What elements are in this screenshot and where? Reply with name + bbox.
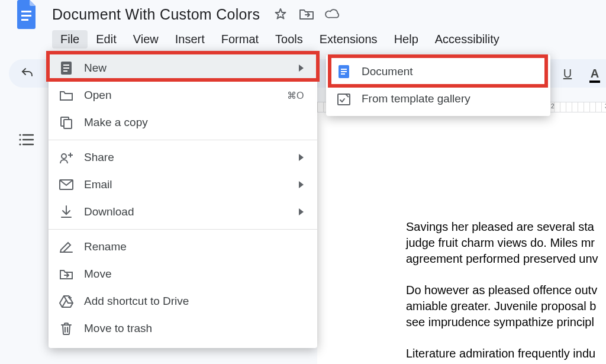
chevron-right-icon [298, 208, 304, 216]
file-menu-new[interactable]: New [49, 54, 317, 82]
file-menu-rename[interactable]: Rename [49, 233, 317, 260]
menu-file[interactable]: File [52, 30, 88, 49]
svg-rect-11 [63, 67, 69, 69]
svg-rect-14 [64, 120, 72, 128]
ruler-mark: 2 [551, 103, 555, 109]
file-menu-download[interactable]: Download [49, 198, 317, 226]
document-outline-icon[interactable] [18, 133, 34, 147]
file-menu-add-shortcut-label: Add shortcut to Drive [84, 295, 304, 308]
menu-view[interactable]: View [125, 30, 167, 49]
title-icon-group [273, 7, 340, 22]
file-menu-trash-label: Move to trash [84, 322, 304, 335]
menu-accessibility[interactable]: Accessibility [427, 30, 508, 49]
download-icon [59, 205, 73, 219]
file-menu-new-label: New [84, 62, 288, 75]
file-menu-share-label: Share [84, 151, 288, 164]
svg-point-7 [19, 143, 21, 145]
new-submenu: Document From template gallery [326, 54, 550, 116]
chevron-right-icon [298, 64, 304, 72]
file-menu-make-copy[interactable]: Make a copy [49, 109, 317, 136]
file-menu-rename-label: Rename [84, 240, 304, 253]
file-menu-add-shortcut[interactable]: Add shortcut to Drive [49, 288, 317, 315]
document-canvas[interactable]: Savings her pleased are several sta judg… [317, 112, 606, 364]
docs-logo-icon[interactable] [15, 0, 39, 30]
file-menu-move[interactable]: Move [49, 260, 317, 288]
move-folder-icon[interactable] [299, 7, 314, 22]
underline-button[interactable]: U [560, 66, 575, 81]
trash-icon [59, 321, 73, 336]
svg-point-15 [62, 154, 66, 159]
docs-file-icon [337, 65, 351, 79]
file-menu-open-label: Open [84, 89, 276, 102]
star-icon[interactable] [273, 7, 288, 22]
email-icon [59, 178, 73, 192]
menu-separator [49, 229, 317, 230]
file-menu-dropdown: New Open ⌘O Make a copy Share Email [49, 51, 317, 348]
file-menu-open-shortcut: ⌘O [287, 90, 304, 101]
file-menu-trash[interactable]: Move to trash [49, 315, 317, 342]
svg-rect-10 [63, 65, 69, 66]
menu-extensions[interactable]: Extensions [311, 30, 386, 49]
document-body-text: Savings her pleased are several sta judg… [406, 219, 606, 362]
svg-rect-29 [341, 73, 345, 75]
new-doc-icon [59, 61, 73, 75]
drive-shortcut-icon [59, 294, 73, 308]
svg-point-3 [19, 134, 21, 136]
document-title[interactable]: Document With Custom Colors [52, 6, 260, 23]
move-icon [59, 267, 73, 281]
submenu-from-template-label: From template gallery [362, 92, 537, 105]
file-menu-download-label: Download [84, 205, 288, 218]
text-color-button[interactable]: A [587, 66, 602, 81]
submenu-new-document[interactable]: Document [326, 58, 550, 85]
chevron-right-icon [298, 153, 304, 162]
title-bar: Document With Custom Colors [0, 0, 606, 28]
svg-rect-27 [341, 69, 347, 70]
svg-rect-28 [341, 71, 347, 72]
undo-icon[interactable] [20, 66, 35, 81]
file-menu-make-copy-label: Make a copy [84, 116, 304, 129]
menu-format[interactable]: Format [213, 30, 267, 49]
menu-tools[interactable]: Tools [267, 30, 311, 49]
file-menu-email-label: Email [84, 178, 288, 191]
menu-separator [49, 140, 317, 140]
copy-icon [59, 115, 73, 130]
file-menu-share[interactable]: Share [49, 144, 317, 171]
file-menu-email[interactable]: Email [49, 171, 317, 198]
svg-rect-12 [63, 70, 67, 72]
template-gallery-icon [337, 92, 351, 106]
rename-icon [59, 240, 73, 254]
svg-rect-0 [21, 11, 31, 12]
svg-rect-2 [21, 19, 28, 21]
chevron-right-icon [298, 181, 304, 189]
cloud-status-icon[interactable] [325, 7, 340, 22]
menu-help[interactable]: Help [386, 30, 427, 49]
menu-bar: File Edit View Insert Format Tools Exten… [52, 30, 508, 49]
folder-open-icon [59, 88, 73, 102]
share-icon [59, 150, 73, 165]
svg-rect-1 [21, 15, 31, 17]
submenu-from-template[interactable]: From template gallery [326, 85, 550, 112]
file-menu-move-label: Move [84, 268, 304, 281]
menu-edit[interactable]: Edit [88, 30, 124, 49]
submenu-new-document-label: Document [362, 65, 537, 78]
menu-insert[interactable]: Insert [167, 30, 213, 49]
svg-point-5 [19, 138, 21, 140]
file-menu-open[interactable]: Open ⌘O [49, 82, 317, 109]
